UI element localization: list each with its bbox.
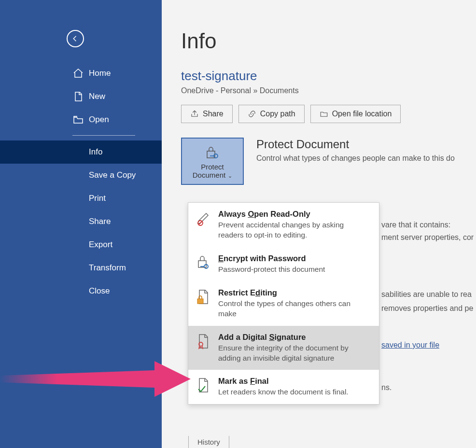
doc-check-icon [195,377,211,396]
nav-new[interactable]: New [0,85,162,108]
menu-desc: Ensure the integrity of the document by … [218,343,370,364]
nav-divider [72,135,135,136]
nav-export[interactable]: Export [0,233,162,256]
nav-label: Export [89,240,112,250]
nav-home[interactable]: Home [0,62,162,85]
share-button[interactable]: Share [181,105,233,123]
protect-section: Protect Document ⌄ Protect Document Cont… [181,138,476,185]
nav-close[interactable]: Close [0,280,162,303]
backstage-sidebar: Home New Open Info Save a Copy Print Sha… [0,0,162,448]
protect-heading: Protect Document [256,138,455,151]
svg-point-1 [214,154,218,158]
nav-label: Info [89,147,102,157]
bg-text: ment server properties, cor [381,233,474,242]
lock-key-icon [185,145,240,160]
protect-document-dropdown: Always Open Read-Only Prevent accidental… [188,202,379,405]
nav-transform[interactable]: Transform [0,256,162,280]
pencil-no-icon [195,210,211,229]
nav-label: Print [89,194,106,203]
menu-desc: Password-protect this document [218,265,325,275]
bg-text: sabilities are unable to rea [381,290,472,299]
new-doc-icon [72,92,84,101]
menu-restrict-editing[interactable]: Restrict Editing Control the types of ch… [188,281,379,326]
copy-path-button[interactable]: Copy path [238,105,305,123]
protect-document-button[interactable]: Protect Document ⌄ [181,138,244,185]
nav-label: Home [89,69,111,78]
bg-text: ns. [381,383,392,392]
menu-desc: Prevent accidental changes by asking rea… [218,220,370,240]
nav-label: Save a Copy [89,170,136,180]
btn-label: Open file location [332,110,392,118]
btn-line1: Protect [201,163,224,171]
link-icon [248,110,256,118]
document-name[interactable]: test-signature [181,69,476,84]
menu-mark-as-final[interactable]: Mark as Final Let readers know the docum… [188,370,379,404]
action-row: Share Copy path Open file location [181,105,476,123]
nav-label: New [89,92,105,101]
menu-title: Always Open Read-Only [218,210,370,219]
protect-desc: Control what types of changes people can… [256,154,455,163]
page-title: Info [181,29,476,53]
menu-title: Mark as Final [218,377,349,386]
nav-label: Open [89,115,109,125]
nav-label: Share [89,217,111,226]
share-icon [190,110,199,118]
btn-label: Copy path [260,110,295,118]
doc-ribbon-icon [195,333,211,352]
back-button[interactable] [67,30,84,47]
btn-line2: Document [193,171,225,179]
bg-text: vare that it contains: [381,221,450,229]
folder-open-icon [72,115,84,125]
nav-info[interactable]: Info [0,140,162,164]
breadcrumb[interactable]: OneDrive - Personal » Documents [181,86,476,95]
doc-lock-orange-icon [195,288,211,308]
svg-rect-5 [197,299,203,304]
menu-title: Add a Digital Signature [218,333,370,342]
nav-print[interactable]: Print [0,187,162,210]
menu-title: Restrict Editing [218,288,370,297]
nav-save-copy[interactable]: Save a Copy [0,164,162,187]
bg-text: removes properties and pe [381,304,473,313]
menu-desc: Control the types of changes others can … [218,299,370,319]
menu-add-digital-signature[interactable]: Add a Digital Signature Ensure the integ… [188,326,379,370]
menu-title: Encrypt with Password [218,254,325,263]
protect-body: Protect Document Control what types of c… [256,138,455,163]
btn-label: Share [203,110,224,118]
chevron-down-icon: ⌄ [226,173,232,179]
home-icon [72,69,84,78]
open-location-button[interactable]: Open file location [310,105,401,123]
history-tab-fragment: History [188,436,229,448]
menu-encrypt-password[interactable]: Encrypt with Password Password-protect t… [188,247,379,281]
menu-desc: Let readers know the document is final. [218,387,349,397]
folder-icon [320,110,328,118]
nav-share[interactable]: Share [0,210,162,233]
bg-link[interactable]: saved in your file [381,341,439,350]
nav-label: Transform [89,263,126,273]
menu-always-read-only[interactable]: Always Open Read-Only Prevent accidental… [188,203,379,247]
nav-open[interactable]: Open [0,108,162,131]
lock-key-blue-icon [195,254,211,273]
nav-label: Close [89,286,110,296]
